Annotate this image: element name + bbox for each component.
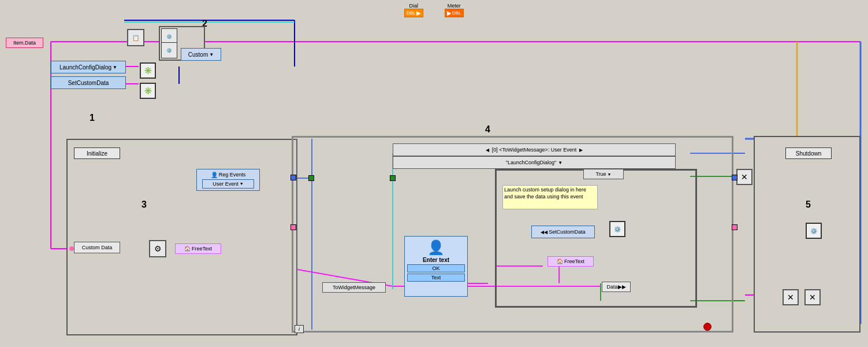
info-terminal: i — [295, 325, 304, 333]
set-custom-data-node-2[interactable]: ◀◀ SetCustomData — [531, 226, 595, 238]
cancel-button-2[interactable]: ✕ — [804, 289, 821, 305]
subvi-icon-case[interactable]: ⚙️ — [609, 221, 625, 237]
meter-dbl-icon: ▶ DBL — [445, 9, 464, 17]
comment-box: Launch custom setup dialog in here and s… — [502, 185, 598, 209]
section-3-frame — [66, 139, 297, 335]
set-custom-data-node-1[interactable]: SetCustomData — [51, 76, 126, 89]
dial-dbl-icon: DBL ▶ — [404, 9, 423, 17]
enter-text-label: Enter text — [405, 257, 467, 263]
shutdown-node: Shutdown — [785, 147, 832, 159]
disp-icon-top: 📋 — [127, 29, 144, 46]
data-label-node: Data ▶▶ — [602, 282, 631, 292]
subvi-icon-1[interactable]: ✳️ — [140, 62, 156, 79]
green-node-connector — [308, 175, 314, 181]
event-selector[interactable]: ◀ [0] <ToWidgetMessage>: User Event ▶ — [393, 143, 676, 156]
person-icon: 👤 — [427, 239, 445, 256]
subvi-icon-5[interactable]: ⚙️ — [806, 223, 822, 239]
text-button[interactable]: Text — [407, 274, 465, 282]
section-5-label: 5 — [806, 200, 811, 210]
reg-events-node[interactable]: 👤 Reg Events User Event ▼ — [196, 169, 260, 191]
free-text-indicator-1[interactable]: 🏠 FreeText — [175, 243, 221, 254]
dial-label: Dial — [409, 3, 419, 9]
tunnel-left-event — [290, 175, 296, 180]
reg-events-inner: 👤 Reg Events — [211, 172, 246, 178]
true-selector[interactable]: True ▼ — [583, 169, 624, 179]
to-widget-message-node[interactable]: ToWidgetMessage — [322, 282, 386, 293]
green-node-connector-2 — [390, 175, 396, 181]
custom-data-node[interactable]: Custom Data — [74, 242, 120, 253]
tunnel-right-event — [732, 224, 737, 230]
launch-config-dialog-node[interactable]: LaunchConfigDialog ▼ — [51, 61, 126, 73]
item-data-node[interactable]: Item.Data — [6, 38, 43, 48]
person-icon-area: 👤 — [405, 237, 467, 257]
vi-icon-2: ⚙️ — [161, 42, 177, 58]
meter-label: Meter — [448, 3, 461, 9]
stop-terminal — [703, 323, 711, 331]
settings-icon-section3[interactable]: ⚙ — [149, 240, 166, 257]
initialize-node: Initialize — [74, 147, 120, 159]
close-icon-top[interactable]: ✕ — [736, 169, 752, 185]
ok-button[interactable]: OK — [407, 264, 465, 272]
main-canvas: Dial DBL ▶ Meter ▶ DBL 2 Item.Data 📋 ⚙️ … — [0, 0, 868, 347]
tunnel-left-event-2 — [290, 224, 296, 230]
dial-indicator: Dial DBL ▶ — [404, 3, 423, 17]
tunnel-right-event-2 — [732, 175, 737, 180]
meter-indicator: Meter ▶ DBL — [445, 3, 464, 17]
cancel-button-1[interactable]: ✕ — [783, 289, 799, 305]
section-4-label: 4 — [485, 124, 490, 135]
subvi-icon-2[interactable]: ✳️ — [140, 83, 156, 99]
custom-enum[interactable]: Custom ▼ — [181, 48, 221, 61]
user-event-enum[interactable]: User Event ▼ — [202, 179, 254, 189]
free-text-indicator-2[interactable]: 🏠 FreeText — [547, 256, 594, 267]
pink-terminal-3 — [69, 246, 74, 251]
section-3-label: 3 — [141, 200, 147, 210]
section-1-label: 1 — [90, 113, 95, 123]
case-selector[interactable]: "LaunchConfigDialog" ▼ — [393, 156, 676, 169]
enter-text-box[interactable]: 👤 Enter text OK Text — [404, 236, 468, 297]
